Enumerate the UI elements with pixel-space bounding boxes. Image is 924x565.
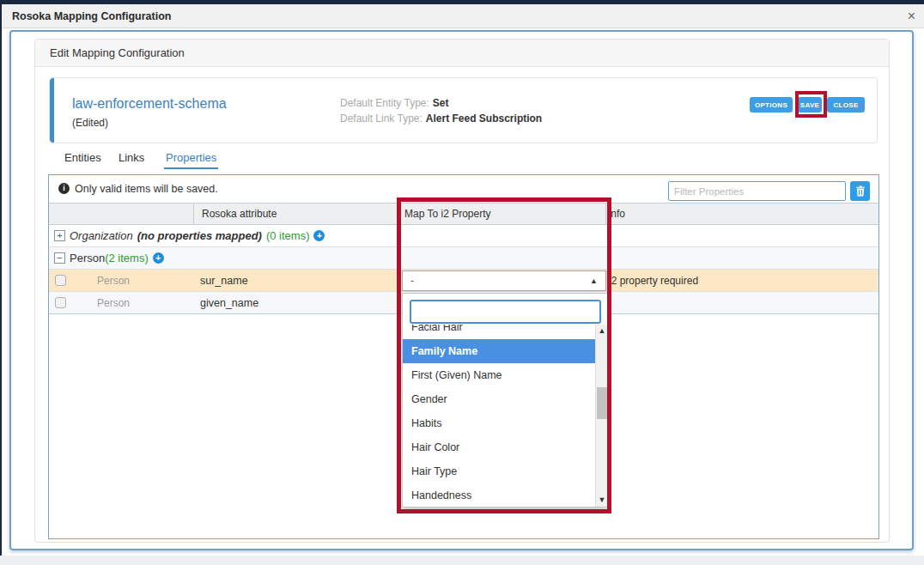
dropdown-item[interactable]: First (Given) Name bbox=[403, 363, 595, 387]
expand-icon[interactable]: + bbox=[54, 230, 65, 241]
row-entity-type: Person bbox=[97, 270, 130, 292]
schema-buttons: OPTIONS SAVE CLOSE bbox=[750, 97, 865, 112]
card-title: Edit Mapping Configuration bbox=[35, 39, 889, 66]
group-row-person: − Person (2 items) + bbox=[49, 247, 878, 270]
close-icon[interactable]: × bbox=[908, 4, 915, 27]
collapse-icon[interactable]: − bbox=[54, 252, 65, 264]
group-row-organization: + Organization (no properties mapped) (0… bbox=[49, 225, 878, 247]
dropdown-item[interactable]: Habits bbox=[403, 411, 595, 435]
notice-text: Only valid items will be saved. bbox=[75, 175, 218, 203]
card-header: Edit Mapping Configuration bbox=[35, 39, 889, 67]
delete-button[interactable] bbox=[850, 181, 870, 201]
group-name: Person bbox=[70, 252, 105, 264]
column-map-to-i2-property: Map To i2 Property bbox=[398, 204, 605, 224]
add-property-icon[interactable]: + bbox=[313, 230, 325, 241]
group-count: (0 items) bbox=[266, 229, 310, 242]
options-button[interactable]: OPTIONS bbox=[750, 97, 793, 112]
dialog-title: Rosoka Mapping Configuration bbox=[12, 4, 171, 28]
column-info: Info bbox=[605, 204, 878, 224]
schema-accent-bar bbox=[50, 78, 54, 143]
row-checkbox[interactable] bbox=[55, 275, 66, 286]
dropdown-item-selected[interactable]: Family Name bbox=[403, 339, 595, 363]
save-button[interactable]: SAVE bbox=[798, 97, 822, 112]
column-select bbox=[49, 204, 193, 224]
tab-properties[interactable]: Properties bbox=[164, 151, 218, 169]
table-header: Rosoka attribute Map To i2 Property Info bbox=[49, 203, 878, 225]
notice-bar: i Only valid items will be saved. bbox=[49, 175, 878, 203]
schema-defaults: Default Entity Type:Set Default Link Typ… bbox=[340, 95, 542, 126]
schema-name: law-enforcement-schema bbox=[72, 96, 227, 112]
add-property-icon[interactable]: + bbox=[153, 252, 164, 264]
filter-properties-input[interactable] bbox=[668, 181, 846, 201]
trash-icon bbox=[855, 185, 866, 197]
table-row-sur-name: Person sur_name - ▲ i2 property required bbox=[49, 270, 878, 292]
dialog-titlebar: Rosoka Mapping Configuration × bbox=[2, 4, 924, 28]
default-link-type: Default Link Type:Alert Feed Subscriptio… bbox=[340, 111, 542, 126]
dropdown-item[interactable]: Hair Type bbox=[403, 459, 595, 483]
dropdown-scrollbar: ▲ ▼ bbox=[595, 325, 607, 507]
default-entity-type: Default Entity Type:Set bbox=[340, 95, 542, 111]
rosoka-mapping-dialog: Rosoka Mapping Configuration × Edit Mapp… bbox=[0, 0, 924, 565]
row-info: i2 property required bbox=[609, 270, 698, 292]
close-button[interactable]: CLOSE bbox=[827, 97, 865, 112]
dropdown-list: Facial Hair Family Name First (Given) Na… bbox=[403, 325, 595, 507]
tab-entities[interactable]: Entities bbox=[64, 151, 101, 167]
page-left-edge bbox=[0, 0, 2, 556]
schema-status: (Edited) bbox=[72, 117, 108, 129]
map-to-i2-property-select[interactable]: - ▲ bbox=[402, 270, 606, 291]
i2-property-dropdown: Facial Hair Family Name First (Given) Na… bbox=[402, 293, 608, 507]
dropdown-item[interactable]: Facial Hair bbox=[403, 325, 595, 339]
row-attribute: sur_name bbox=[200, 270, 248, 292]
group-detail: (no properties mapped) bbox=[137, 229, 262, 242]
page-bottom-strip bbox=[0, 556, 924, 565]
scrollbar-thumb[interactable] bbox=[597, 387, 607, 419]
dropdown-search-input[interactable] bbox=[410, 300, 601, 324]
row-attribute: given_name bbox=[200, 292, 258, 314]
tab-links[interactable]: Links bbox=[119, 151, 144, 167]
select-value: - bbox=[410, 271, 414, 290]
schema-summary: law-enforcement-schema (Edited) Default … bbox=[49, 77, 878, 143]
row-checkbox[interactable] bbox=[55, 297, 66, 308]
group-name: Organization bbox=[70, 229, 133, 242]
scroll-up-icon[interactable]: ▲ bbox=[596, 325, 608, 337]
info-icon: i bbox=[58, 183, 70, 194]
scroll-down-icon[interactable]: ▼ bbox=[596, 494, 608, 507]
row-entity-type: Person bbox=[97, 292, 130, 314]
dropdown-item[interactable]: Gender bbox=[403, 387, 595, 411]
dropdown-item[interactable]: Hair Color bbox=[403, 435, 595, 459]
group-count: (2 items) bbox=[105, 252, 149, 264]
select-open-arrow-icon: ▲ bbox=[590, 271, 598, 290]
column-rosoka-attribute: Rosoka attribute bbox=[193, 204, 398, 224]
dropdown-item[interactable]: Handedness bbox=[403, 483, 595, 507]
